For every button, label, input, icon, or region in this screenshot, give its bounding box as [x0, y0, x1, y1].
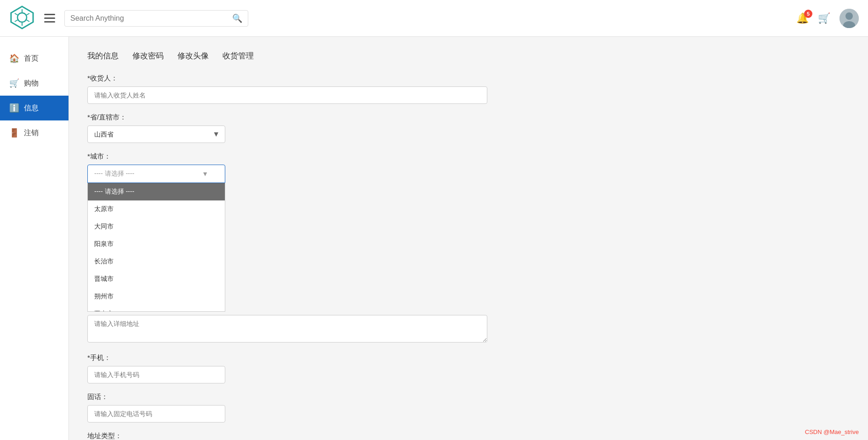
footer-credit: CSDN @Mae_strive: [805, 429, 859, 435]
tab-change-password[interactable]: 修改密码: [132, 51, 164, 63]
recipient-input[interactable]: [87, 86, 487, 104]
svg-point-1: [17, 13, 27, 22]
phone-label: *手机：: [87, 354, 492, 362]
sidebar-item-home[interactable]: 🏠 首页: [0, 46, 69, 71]
search-input[interactable]: [70, 14, 232, 23]
tab-shipping[interactable]: 收货管理: [223, 51, 254, 63]
sidebar: 🏠 首页 🛒 购物 ℹ️ 信息 🚪 注销: [0, 37, 69, 440]
city-option-shuozhou[interactable]: 朔州市: [88, 288, 225, 305]
navbar: 🔍 🔔 5 🛒: [0, 0, 868, 37]
province-label: *省/直辖市：: [87, 113, 492, 122]
svg-line-7: [26, 20, 29, 22]
tel-group: 固话：: [87, 393, 492, 423]
tab-my-info[interactable]: 我的信息: [87, 51, 119, 63]
city-option-taiyuan[interactable]: 太原市: [88, 200, 225, 218]
address-type-group: 地址类型：: [87, 432, 492, 440]
user-avatar[interactable]: [839, 9, 859, 28]
city-arrow-icon: ▼: [202, 170, 208, 177]
address-type-label: 地址类型：: [87, 432, 492, 440]
navbar-right: 🔔 5 🛒: [796, 9, 859, 28]
sidebar-label-shopping: 购物: [24, 79, 39, 88]
sidebar-label-home: 首页: [24, 54, 39, 63]
phone-input[interactable]: [87, 366, 225, 383]
recipient-label: *收货人：: [87, 74, 492, 83]
tel-label: 固话：: [87, 393, 492, 401]
search-bar[interactable]: 🔍: [64, 10, 248, 27]
layout: 🏠 首页 🛒 购物 ℹ️ 信息 🚪 注销 我的信息 修改密码 修改头像 收货管理: [0, 37, 868, 440]
sidebar-label-info: 信息: [24, 103, 39, 113]
sidebar-item-logout[interactable]: 🚪 注销: [0, 120, 69, 145]
shopping-icon: 🛒: [9, 78, 19, 88]
city-group: *城市： ---- 请选择 ---- ▼ ---- 请选择 ---- 太原市 大…: [87, 152, 492, 183]
province-select[interactable]: 山西省 北京市 上海市 天津市 重庆市: [87, 126, 225, 143]
home-icon: 🏠: [9, 53, 19, 63]
info-icon: ℹ️: [9, 103, 19, 113]
hamburger-menu[interactable]: [44, 14, 55, 23]
sidebar-item-shopping[interactable]: 🛒 购物: [0, 71, 69, 96]
sidebar-item-info[interactable]: ℹ️ 信息: [0, 96, 69, 120]
tab-change-avatar[interactable]: 修改头像: [177, 51, 209, 63]
svg-line-5: [26, 13, 29, 15]
city-option-jinzhong[interactable]: 晋中市: [88, 305, 225, 312]
notification-bell[interactable]: 🔔 5: [796, 12, 809, 24]
city-select-wrapper: ---- 请选择 ---- ▼ ---- 请选择 ---- 太原市 大同市 阳泉…: [87, 165, 225, 183]
city-option-yangquan[interactable]: 阳泉市: [88, 235, 225, 253]
city-dropdown: ---- 请选择 ---- 太原市 大同市 阳泉市 长治市 晋城市 朔州市 晋中…: [87, 183, 225, 312]
city-label: *城市：: [87, 152, 492, 161]
city-select-trigger[interactable]: ---- 请选择 ---- ▼: [87, 165, 225, 183]
city-option-datong[interactable]: 大同市: [88, 218, 225, 235]
svg-line-6: [15, 20, 18, 22]
tel-input[interactable]: [87, 405, 225, 423]
main-content: 我的信息 修改密码 修改头像 收货管理 *收货人： *省/直辖市： 山西省 北京…: [69, 37, 868, 440]
svg-line-4: [15, 13, 18, 15]
address-textarea[interactable]: [87, 315, 487, 343]
city-option-changzhi[interactable]: 长治市: [88, 253, 225, 270]
province-select-wrapper: 山西省 北京市 上海市 天津市 重庆市 ▼: [87, 126, 225, 143]
notification-badge: 5: [804, 10, 812, 18]
city-option-jincheng[interactable]: 晋城市: [88, 270, 225, 288]
city-selected-value: ---- 请选择 ----: [94, 170, 134, 178]
tab-nav: 我的信息 修改密码 修改头像 收货管理: [87, 51, 850, 63]
sidebar-label-logout: 注销: [24, 128, 39, 138]
svg-point-9: [845, 12, 853, 20]
province-group: *省/直辖市： 山西省 北京市 上海市 天津市 重庆市 ▼: [87, 113, 492, 143]
logo[interactable]: [9, 5, 44, 32]
cart-icon[interactable]: 🛒: [818, 12, 830, 24]
phone-group: *手机：: [87, 354, 492, 383]
add-address-form: *收货人： *省/直辖市： 山西省 北京市 上海市 天津市 重庆市 ▼: [87, 74, 492, 440]
recipient-group: *收货人：: [87, 74, 492, 104]
logout-icon: 🚪: [9, 128, 19, 138]
search-icon[interactable]: 🔍: [232, 13, 242, 23]
city-option-placeholder[interactable]: ---- 请选择 ----: [88, 183, 225, 200]
